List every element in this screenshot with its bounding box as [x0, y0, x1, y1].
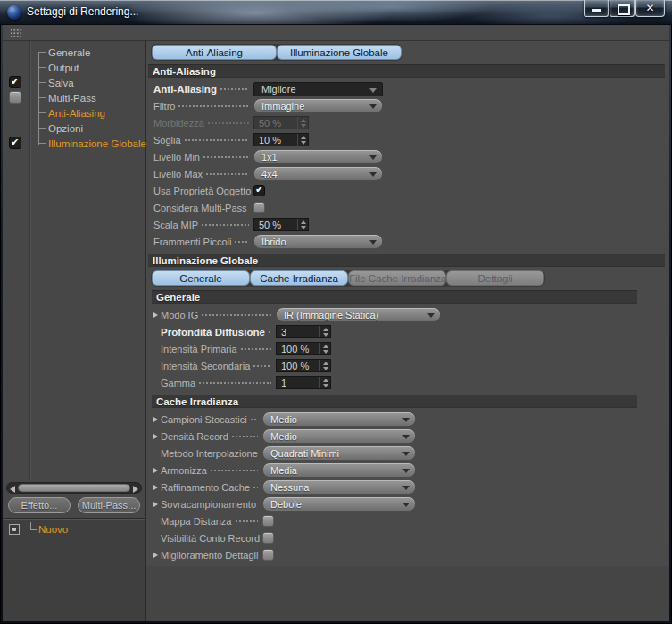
- preset-list: Nuovo: [3, 518, 145, 621]
- considera-multipass-checkbox[interactable]: [253, 202, 265, 213]
- miglioramento-dettagli-checkbox[interactable]: [262, 549, 274, 561]
- maximize-button[interactable]: [610, 0, 635, 17]
- close-button[interactable]: [635, 0, 665, 17]
- field-mappa-distanza: Mappa Distanza: [146, 512, 669, 529]
- subsection-header-cache-irradianza: Cache Irradianza: [152, 395, 637, 408]
- expand-arrow-icon[interactable]: [153, 483, 161, 492]
- multipass-button[interactable]: Multi-Pass...: [78, 497, 140, 513]
- expand-arrow-icon[interactable]: [153, 415, 161, 424]
- sidebar-item-illuminazione-globale[interactable]: Illuminazione Globale: [3, 136, 145, 151]
- visibilita-conto-record-checkbox[interactable]: [262, 532, 274, 544]
- tab-illuminazione-globale[interactable]: Illuminazione Globale: [277, 45, 402, 60]
- field-label: Soglia: [153, 135, 181, 146]
- campioni-stocastici-dropdown[interactable]: Medio: [262, 412, 416, 427]
- field-label: Visibilità Conto Record: [161, 533, 260, 544]
- field-metodo-interpolazione: Metodo Interpolazione Quadrati Minimi: [146, 445, 669, 462]
- grip-handle-icon[interactable]: [10, 29, 23, 38]
- chevron-down-icon: [402, 435, 410, 439]
- field-gamma: Gamma 1: [146, 374, 669, 391]
- field-livello-min: Livello Min 1x1: [146, 148, 669, 165]
- minimize-button[interactable]: [584, 0, 609, 17]
- spinner-icon[interactable]: [297, 134, 308, 146]
- tab-gi-file-cache-irradianza[interactable]: File Cache Irradianza: [348, 270, 446, 286]
- field-armonizza: Armonizza Media: [146, 462, 669, 478]
- gamma-input[interactable]: 1: [276, 376, 331, 389]
- spinner-icon: [297, 117, 308, 129]
- sidebar-item-label[interactable]: Illuminazione Globale: [48, 138, 146, 149]
- usa-proprieta-oggetto-checkbox[interactable]: [253, 185, 265, 196]
- intensita-secondaria-input[interactable]: 100 %: [276, 359, 331, 372]
- expand-arrow-icon[interactable]: [153, 466, 161, 475]
- field-sovracampionamento: Sovracampionamento Debole: [146, 495, 669, 512]
- frammenti-piccoli-dropdown[interactable]: Ibrido: [253, 234, 383, 249]
- metodo-interpolazione-dropdown[interactable]: Quadrati Minimi: [262, 445, 416, 461]
- sidebar-item-opzioni[interactable]: Opzioni: [3, 121, 145, 136]
- sidebar-item-label[interactable]: Multi-Pass: [48, 93, 96, 104]
- scala-mip-input[interactable]: 50 %: [253, 218, 309, 231]
- expand-arrow-icon[interactable]: [153, 551, 161, 560]
- sidebar-item-anti-aliasing[interactable]: Anti-Aliasing: [3, 105, 145, 121]
- raffinamento-cache-dropdown[interactable]: Nessuna: [262, 479, 416, 495]
- field-label: Filtro: [153, 101, 175, 112]
- chevron-down-icon: [369, 155, 377, 160]
- livello-min-dropdown[interactable]: 1x1: [253, 149, 383, 164]
- scroll-right-icon[interactable]: [133, 486, 138, 493]
- scrollbar-thumb[interactable]: [18, 484, 130, 492]
- chevron-down-icon: [402, 486, 410, 490]
- field-filtro: Filtro Immagine: [146, 97, 669, 114]
- sidebar-item-label[interactable]: Output: [48, 62, 79, 73]
- tab-gi-cache-irradianza[interactable]: Cache Irradianza: [250, 270, 348, 286]
- gi-enabled-checkbox[interactable]: [9, 137, 21, 149]
- salva-enabled-checkbox[interactable]: [9, 76, 21, 88]
- spinner-icon[interactable]: [319, 360, 330, 371]
- spinner-icon[interactable]: [319, 326, 330, 337]
- sidebar-item-salva[interactable]: Salva: [3, 75, 145, 90]
- tab-gi-dettagli[interactable]: Dettagli: [446, 270, 544, 286]
- render-settings-window: Settaggi di Rendering... Generale: [0, 0, 672, 624]
- intensita-primaria-input[interactable]: 100 %: [276, 342, 331, 355]
- window-controls: [584, 0, 665, 17]
- sidebar-horizontal-scrollbar[interactable]: [6, 482, 142, 494]
- mappa-distanza-checkbox[interactable]: [262, 515, 274, 527]
- chevron-down-icon: [427, 313, 435, 318]
- field-campioni-stocastici: Campioni Stocastici Medio: [146, 411, 669, 428]
- field-soglia: Soglia 10 %: [146, 131, 669, 148]
- anti-aliasing-dropdown[interactable]: Migliore: [253, 82, 383, 96]
- content-empty-area: [146, 566, 669, 621]
- sidebar-item-output[interactable]: Output: [3, 60, 145, 75]
- tab-gi-generale[interactable]: Generale: [152, 270, 250, 286]
- titlebar[interactable]: Settaggi di Rendering...: [0, 0, 672, 25]
- preset-label[interactable]: Nuovo: [38, 524, 68, 535]
- spinner-icon[interactable]: [319, 343, 330, 354]
- sidebar-item-label[interactable]: Anti-Aliasing: [48, 108, 105, 119]
- densita-record-dropdown[interactable]: Medio: [262, 428, 416, 444]
- field-label: Scala MIP: [153, 220, 198, 230]
- filtro-dropdown[interactable]: Immagine: [253, 98, 383, 113]
- armonizza-dropdown[interactable]: Media: [262, 462, 416, 478]
- field-label: Frammenti Piccoli: [153, 237, 231, 247]
- sidebar-item-multi-pass[interactable]: Multi-Pass: [3, 90, 145, 105]
- spinner-icon[interactable]: [319, 377, 330, 388]
- scroll-left-icon[interactable]: [10, 486, 15, 493]
- sidebar-item-label[interactable]: Salva: [48, 78, 74, 88]
- sidebar-item-label[interactable]: Opzioni: [48, 123, 83, 134]
- expand-arrow-icon[interactable]: [153, 432, 161, 441]
- preset-item-nuovo[interactable]: Nuovo: [3, 519, 145, 537]
- sovracampionamento-dropdown[interactable]: Debole: [262, 496, 416, 512]
- livello-max-dropdown[interactable]: 4x4: [253, 166, 383, 181]
- sidebar-item-label[interactable]: Generale: [48, 47, 90, 58]
- chevron-down-icon: [369, 104, 377, 109]
- multipass-enabled-checkbox[interactable]: [9, 91, 21, 104]
- expand-arrow-icon[interactable]: [153, 311, 161, 320]
- soglia-input[interactable]: 10 %: [253, 133, 309, 146]
- expand-arrow-icon[interactable]: [153, 500, 161, 509]
- tab-anti-aliasing[interactable]: Anti-Aliasing: [152, 45, 277, 60]
- spinner-icon[interactable]: [297, 219, 308, 230]
- field-label: Livello Min: [153, 152, 200, 162]
- profondita-diffusione-input[interactable]: 3: [276, 325, 331, 338]
- modo-ig-dropdown[interactable]: IR (Immagine Statica): [276, 307, 441, 322]
- field-label: Miglioramento Dettagli: [161, 550, 258, 561]
- sidebar-item-generale[interactable]: Generale: [3, 45, 145, 60]
- field-raffinamento-cache: Raffinamento Cache Nessuna: [146, 478, 669, 495]
- effect-button[interactable]: Effetto...: [8, 497, 71, 513]
